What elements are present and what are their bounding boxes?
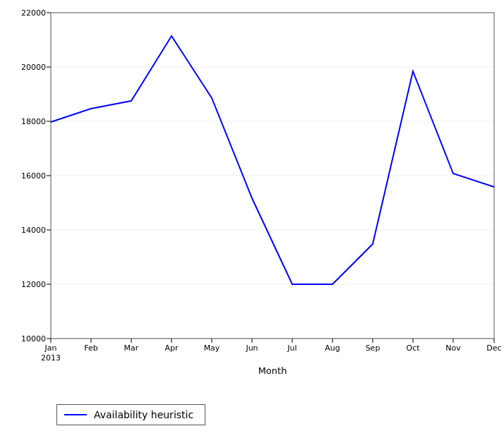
y-tick-22000: 22000 [21,8,46,18]
x-tick-jan: Jan [44,343,57,353]
y-tick-10000: 10000 [21,334,46,343]
svg-rect-1 [51,14,494,339]
x-axis-label: Month [258,365,287,376]
x-tick-oct: Oct [406,343,420,353]
chart-legend: Availability heuristic [56,404,205,425]
y-tick-18000: 18000 [21,117,46,126]
x-tick-mar: Mar [124,343,139,353]
y-tick-20000: 20000 [21,63,46,72]
x-tick-apr: Apr [164,343,179,353]
x-tick-may: May [204,343,220,353]
x-tick-jun: Jun [245,343,258,353]
y-tick-12000: 12000 [21,280,46,289]
x-tick-dec: Dec [486,343,501,353]
y-tick-16000: 16000 [21,171,46,181]
chart-svg: 10000 12000 14000 16000 18000 20000 2200… [0,0,504,438]
x-tick-sep: Sep [366,343,380,353]
legend-line-icon [64,414,87,415]
x-tick-jul: Jul [287,343,296,353]
legend-label: Availability heuristic [94,409,193,420]
x-tick-feb: Feb [84,343,97,353]
x-tick-nov: Nov [445,343,461,353]
x-tick-jan-year: 2013 [41,353,61,363]
x-tick-aug: Aug [325,343,340,353]
y-tick-14000: 14000 [21,226,46,235]
chart-container: 10000 12000 14000 16000 18000 20000 2200… [0,0,504,438]
